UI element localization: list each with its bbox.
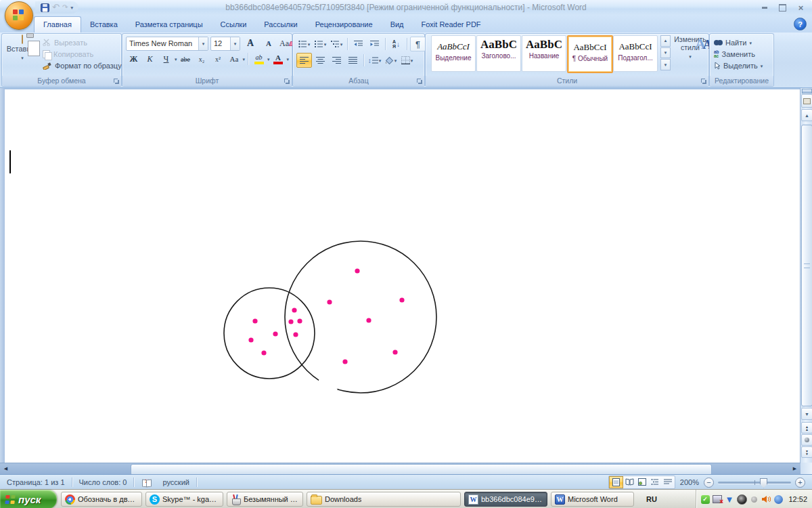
scroll-right-button[interactable]: ▶ (790, 464, 800, 473)
bullets-button[interactable]: ▾ (296, 37, 312, 51)
format-painter-button[interactable]: Формат по образцу (43, 60, 122, 71)
style-card-heading1[interactable]: AaBbC Заголово... (476, 35, 521, 72)
taskbar-button-word[interactable]: W Microsoft Word (551, 492, 634, 507)
undo-icon[interactable]: ↶ (52, 2, 60, 13)
tray-dot-icon[interactable] (748, 494, 759, 505)
italic-button[interactable]: К (142, 52, 158, 66)
taskbar-button-paint[interactable]: Безымянный - Paint (227, 492, 303, 507)
draft-view-button[interactable] (662, 476, 675, 487)
font-name-dropdown-icon[interactable]: ▾ (202, 41, 205, 46)
styles-dialog-launcher[interactable] (700, 78, 707, 85)
find-button[interactable]: Найти ▾ (714, 37, 752, 48)
download-tray-icon[interactable]: ▼ (724, 494, 735, 505)
taskbar-button-chrome[interactable]: Обозначь в двух кр... (61, 492, 142, 507)
taskbar-button-downloads[interactable]: Downloads (307, 492, 461, 507)
change-styles-button[interactable]: AA Изменить стили ▾ (673, 35, 707, 75)
minimize-button[interactable] (759, 3, 770, 12)
tab-home[interactable]: Главная (34, 16, 81, 33)
paste-dropdown-icon[interactable]: ▾ (21, 56, 24, 60)
globe-tray-icon[interactable] (773, 494, 784, 505)
tab-mailings[interactable]: Рассылки (255, 17, 306, 33)
paste-button[interactable]: Вставить ▾ (5, 35, 40, 76)
tab-references[interactable]: Ссылки (212, 17, 256, 33)
font-color-button[interactable]: А (271, 52, 286, 66)
decrease-indent-button[interactable] (351, 37, 366, 51)
style-card-normal[interactable]: AaBbCcI ¶ Обычный (567, 35, 613, 73)
font-dialog-launcher[interactable] (284, 78, 290, 85)
office-button[interactable] (5, 1, 33, 30)
restore-button[interactable] (777, 3, 788, 12)
scroll-left-button[interactable]: ◀ (1, 464, 11, 473)
tab-review[interactable]: Рецензирование (307, 17, 382, 33)
start-button[interactable]: пуск (0, 490, 57, 508)
grow-font-button[interactable]: A ▲ (242, 36, 258, 51)
tab-view[interactable]: Вид (382, 17, 413, 33)
zoom-level[interactable]: 200% (680, 478, 699, 486)
font-size-dropdown-icon[interactable]: ▾ (234, 41, 237, 46)
network-status-tray-icon[interactable]: × (712, 494, 723, 505)
change-case-dropdown-icon[interactable]: ▾ (243, 57, 246, 62)
paragraph-dialog-launcher[interactable] (416, 78, 423, 85)
change-case-button[interactable]: Aa (227, 52, 242, 66)
language-indicator[interactable]: русский (156, 478, 196, 486)
print-layout-view-button[interactable] (609, 476, 623, 488)
media-tray-icon[interactable] (736, 494, 747, 505)
tab-foxit-reader-pdf[interactable]: Foxit Reader PDF (413, 17, 490, 33)
tab-insert[interactable]: Вставка (81, 17, 127, 33)
volume-tray-icon[interactable] (761, 494, 771, 505)
ruler-toggle-button[interactable] (801, 94, 812, 108)
taskbar-button-skype[interactable]: S Skype™ - kgabdrashi... (145, 492, 223, 507)
superscript-button[interactable]: x² (210, 52, 226, 66)
clipboard-dialog-launcher[interactable] (113, 78, 120, 85)
sort-button[interactable]: АЯ ↓ (388, 37, 404, 51)
zoom-slider-thumb[interactable] (760, 478, 767, 488)
bullets-dropdown-icon[interactable]: ▾ (308, 42, 311, 47)
spellcheck-icon[interactable]: × (142, 479, 152, 486)
language-bar[interactable]: RU (640, 492, 663, 507)
underline-dropdown-icon[interactable]: ▾ (175, 57, 177, 62)
change-styles-dropdown-icon[interactable]: ▾ (689, 54, 692, 59)
vertical-scroll-thumb[interactable] (801, 125, 812, 406)
cut-button[interactable]: Вырезать (43, 37, 87, 48)
replace-button[interactable]: abac Заменить (714, 49, 755, 60)
vertical-scrollbar[interactable]: ▲ ▼ ▲ ▲ ▼ ▼ (800, 88, 812, 463)
close-button[interactable]: × (795, 3, 807, 12)
bold-button[interactable]: Ж (126, 52, 141, 66)
style-card-subtitle[interactable]: AaBbCcI Подзагол... (613, 35, 658, 72)
clock[interactable]: 12:52 (788, 495, 807, 503)
split-handle[interactable] (802, 89, 812, 93)
underline-button[interactable]: Ч (158, 52, 174, 66)
zoom-out-button[interactable]: − (704, 478, 714, 488)
justify-button[interactable] (345, 53, 361, 68)
highlight-dropdown-icon[interactable]: ▾ (267, 57, 270, 62)
previous-page-button[interactable]: ▲ ▲ (801, 422, 812, 433)
align-center-button[interactable] (313, 53, 328, 68)
font-name-combo[interactable]: Times New Roman ▾ (126, 37, 208, 51)
font-color-dropdown-icon[interactable]: ▾ (287, 57, 290, 62)
align-right-button[interactable] (329, 53, 344, 68)
numbering-dropdown-icon[interactable]: ▾ (324, 42, 327, 47)
tab-page-layout[interactable]: Разметка страницы (127, 17, 212, 33)
zoom-slider-track[interactable] (718, 482, 791, 484)
page-indicator[interactable]: Страница: 1 из 1 (0, 478, 72, 486)
web-layout-view-button[interactable] (636, 476, 649, 487)
save-icon[interactable] (41, 3, 49, 12)
multilevel-dropdown-icon[interactable]: ▾ (340, 42, 343, 47)
borders-dropdown-icon[interactable]: ▾ (411, 58, 413, 63)
numbering-button[interactable]: ▾ (313, 37, 328, 51)
line-spacing-button[interactable]: ↕ ▾ (367, 53, 382, 68)
style-card-title[interactable]: AaBbC Название (522, 35, 566, 72)
outline-view-button[interactable] (649, 476, 662, 487)
help-button[interactable]: ? (794, 18, 807, 30)
increase-indent-button[interactable] (367, 37, 382, 51)
align-left-button[interactable] (296, 53, 312, 68)
customize-qat-icon[interactable]: ▾ (70, 5, 73, 11)
borders-button[interactable]: ▾ (399, 53, 415, 68)
next-page-button[interactable]: ▼ ▼ (801, 446, 812, 458)
style-card-emphasis[interactable]: AaBbCcI Выделение (431, 35, 476, 72)
subscript-button[interactable]: x₂ (194, 52, 210, 66)
zoom-in-button[interactable]: + (795, 478, 805, 488)
styles-scroll-up-button[interactable]: ▲ (660, 35, 671, 47)
shrink-font-button[interactable]: A ▼ (261, 36, 277, 51)
line-spacing-dropdown-icon[interactable]: ▾ (379, 58, 382, 63)
